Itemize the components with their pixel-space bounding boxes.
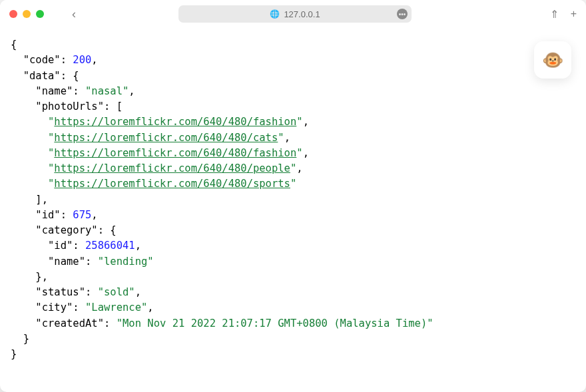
key-cat-name: "name" — [48, 256, 85, 268]
titlebar: ‹ 🌐 127.0.0.1 ••• ⇑ + — [0, 0, 586, 28]
val-city: "Lawrence" — [85, 301, 147, 313]
photo-url-link[interactable]: https://loremflickr.com/640/480/fashion — [54, 147, 296, 159]
val-id: 675 — [73, 209, 91, 221]
val-createdAt: "Mon Nov 21 2022 21:07:17 GMT+0800 (Mala… — [117, 317, 434, 329]
key-id: "id" — [35, 209, 60, 221]
site-settings-icon[interactable]: ••• — [397, 9, 408, 19]
key-data: "data" — [23, 70, 61, 82]
key-category: "category" — [35, 224, 97, 236]
val-status: "sold" — [98, 286, 135, 298]
key-createdAt: "createdAt" — [35, 317, 104, 329]
val-cat-name: "lending" — [98, 256, 154, 268]
address-bar[interactable]: 🌐 127.0.0.1 ••• — [178, 5, 412, 23]
back-button[interactable]: ‹ — [68, 5, 80, 23]
val-name: "nasal" — [85, 85, 129, 97]
key-name: "name" — [35, 85, 73, 97]
close-window-button[interactable] — [9, 10, 17, 18]
extension-badge[interactable]: 🐵 — [534, 41, 571, 79]
minimize-window-button[interactable] — [23, 10, 31, 18]
val-cat-id: 25866041 — [85, 240, 135, 252]
browser-window: ‹ 🌐 127.0.0.1 ••• ⇑ + { "code": 200, "da… — [0, 0, 586, 392]
globe-icon: 🌐 — [270, 9, 280, 19]
page-content: { "code": 200, "data": { "name": "nasal"… — [0, 28, 586, 392]
window-controls — [9, 10, 44, 18]
brace-open: { — [11, 39, 17, 51]
photo-url-link[interactable]: https://loremflickr.com/640/480/sports — [54, 178, 290, 190]
brace-close: } — [11, 348, 17, 360]
photo-url-link[interactable]: https://loremflickr.com/640/480/cats — [54, 132, 278, 144]
key-photoUrls: "photoUrls" — [35, 100, 104, 112]
photo-url-link[interactable]: https://loremflickr.com/640/480/people — [54, 162, 290, 174]
photo-url-link[interactable]: https://loremflickr.com/640/480/fashion — [54, 116, 296, 128]
key-cat-id: "id" — [48, 240, 73, 252]
key-city: "city" — [35, 301, 73, 313]
key-code: "code" — [23, 54, 61, 66]
share-icon[interactable]: ⇑ — [550, 8, 559, 21]
zoom-window-button[interactable] — [36, 10, 44, 18]
val-code: 200 — [73, 54, 91, 66]
monkey-icon: 🐵 — [542, 47, 563, 73]
new-tab-icon[interactable]: + — [571, 8, 577, 21]
address-text: 127.0.0.1 — [284, 9, 320, 19]
key-status: "status" — [35, 286, 85, 298]
